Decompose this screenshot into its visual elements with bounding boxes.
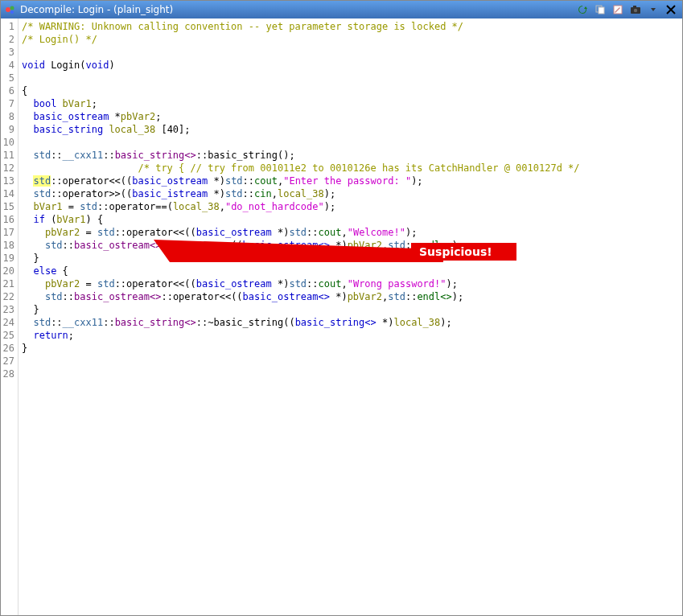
code-line[interactable]: basic_string local_38 [40]; [22,123,682,136]
line-number: 11 [1,149,14,162]
code-line[interactable]: std::operator>>((basic_istream *)std::ci… [22,187,682,200]
dropdown-icon[interactable] [645,2,661,17]
code-line[interactable] [22,136,682,149]
line-number: 5 [1,72,14,84]
code-line[interactable]: basic_ostream *pbVar2; [22,110,682,123]
line-gutter: 1234567891011121314151617181920212223242… [1,18,19,615]
line-number: 24 [1,316,14,329]
decompile-window: Decompile: Login - (plain_sight) 1234567… [0,0,683,616]
window-title: Decompile: Login - (plain_sight) [20,4,173,15]
code-line[interactable]: /* WARNING: Unknown calling convention -… [22,20,682,33]
code-line[interactable]: void Login(void) [22,59,682,72]
line-number: 15 [1,200,14,213]
line-number: 6 [1,84,14,97]
code-line[interactable]: std::basic_ostream<>::operator<<((basic_… [22,290,682,303]
app-icon [4,3,17,16]
code-line[interactable]: else { [22,265,682,277]
code-area[interactable]: /* WARNING: Unknown calling convention -… [19,18,682,615]
svg-point-7 [634,9,637,12]
svg-point-2 [10,10,14,14]
decompile-content[interactable]: 1234567891011121314151617181920212223242… [1,18,682,615]
line-number: 7 [1,97,14,110]
code-line[interactable]: bool bVar1; [22,97,682,110]
copy-icon[interactable] [592,2,608,17]
line-number: 22 [1,290,14,303]
line-number: 27 [1,355,14,368]
line-number: 2 [1,33,14,46]
line-number: 26 [1,342,14,355]
svg-rect-4 [599,7,604,14]
code-line[interactable]: } [22,252,682,265]
snapshot-icon[interactable] [627,2,644,17]
line-number: 4 [1,59,14,72]
line-number: 20 [1,265,14,277]
line-number: 12 [1,162,14,175]
line-number: 14 [1,187,14,200]
line-number: 9 [1,123,14,136]
code-line[interactable]: pbVar2 = std::operator<<((basic_ostream … [22,226,682,239]
code-line[interactable]: std::basic_ostream<>::operator<<((basic_… [22,239,682,252]
code-line[interactable]: /* try { // try from 001011e2 to 0010126… [22,162,682,175]
line-number: 8 [1,110,14,123]
svg-rect-8 [633,6,636,8]
line-number: 18 [1,239,14,252]
line-number: 19 [1,252,14,265]
code-line[interactable] [22,46,682,59]
titlebar: Decompile: Login - (plain_sight) [1,1,682,18]
line-number: 28 [1,368,14,380]
line-number: 3 [1,46,14,59]
line-number: 17 [1,226,14,239]
code-line[interactable]: /* Login() */ [22,33,682,46]
code-line[interactable]: { [22,84,682,97]
code-line[interactable] [22,355,682,368]
code-line[interactable]: return; [22,329,682,342]
line-number: 23 [1,303,14,316]
code-line[interactable]: bVar1 = std::operator==(local_38,"do_not… [22,200,682,213]
code-line[interactable]: std::__cxx11::basic_string<>::basic_stri… [22,149,682,162]
code-line[interactable]: if (bVar1) { [22,213,682,226]
code-line[interactable] [22,72,682,84]
line-number: 25 [1,329,14,342]
svg-point-1 [10,6,14,10]
code-line[interactable]: } [22,342,682,355]
code-line[interactable]: pbVar2 = std::operator<<((basic_ostream … [22,277,682,290]
line-number: 21 [1,277,14,290]
refresh-icon[interactable] [574,2,590,17]
close-icon[interactable] [663,2,679,17]
code-line[interactable]: } [22,303,682,316]
code-line[interactable]: std::operator<<((basic_ostream *)std::co… [22,175,682,187]
code-line[interactable]: std::__cxx11::basic_string<>::~basic_str… [22,316,682,329]
line-number: 13 [1,175,14,187]
line-number: 10 [1,136,14,149]
svg-point-0 [6,7,10,12]
edit-icon[interactable] [610,2,626,17]
code-line[interactable] [22,368,682,380]
line-number: 16 [1,213,14,226]
line-number: 1 [1,20,14,33]
